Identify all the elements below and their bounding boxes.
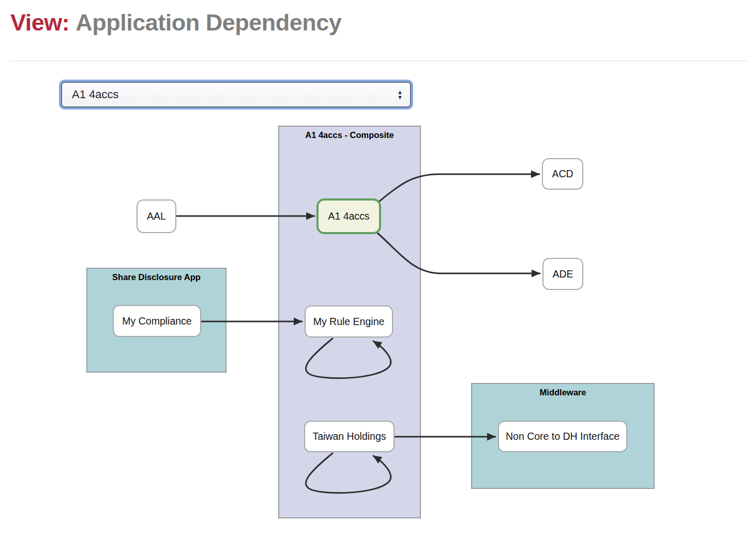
page-title-main-label: Application Dependency	[75, 9, 341, 36]
node-a1-4accs-label: A1 4accs	[328, 210, 369, 222]
node-ade: ADE	[542, 258, 583, 290]
group-middleware-title: Middleware	[472, 384, 654, 397]
page-title: View:Application Dependency	[10, 9, 341, 36]
application-dependency-view: View:Application Dependency A1 4accs ▲ ▼…	[0, 0, 756, 553]
select-stepper-icon: ▲ ▼	[397, 89, 403, 100]
application-select-value: A1 4accs	[72, 88, 119, 101]
node-ade-label: ADE	[552, 268, 573, 280]
node-my-compliance-label: My Compliance	[122, 315, 191, 327]
node-taiwan-holdings-label: Taiwan Holdings	[313, 431, 386, 442]
node-my-rule-engine: My Rule Engine	[305, 305, 393, 337]
node-a1-4accs: A1 4accs	[316, 198, 381, 234]
group-share-disclosure-app-title: Share Disclosure App	[87, 269, 225, 282]
node-taiwan-holdings: Taiwan Holdings	[304, 421, 395, 452]
chevron-down-icon: ▼	[397, 95, 403, 100]
node-non-core-to-dh-interface: Non Core to DH Interface	[498, 421, 627, 452]
page-title-view-label: View:	[10, 9, 69, 36]
application-select[interactable]: A1 4accs ▲ ▼	[61, 82, 411, 107]
node-non-core-to-dh-interface-label: Non Core to DH Interface	[506, 431, 619, 442]
group-a1-4accs-composite-title: A1 4accs - Composite	[279, 127, 420, 140]
node-acd-label: ACD	[552, 168, 573, 180]
node-aal: AAL	[137, 199, 176, 233]
node-acd: ACD	[542, 158, 583, 190]
node-my-rule-engine-label: My Rule Engine	[313, 316, 385, 328]
node-my-compliance: My Compliance	[113, 305, 201, 337]
divider	[9, 60, 747, 62]
node-aal-label: AAL	[147, 210, 166, 222]
